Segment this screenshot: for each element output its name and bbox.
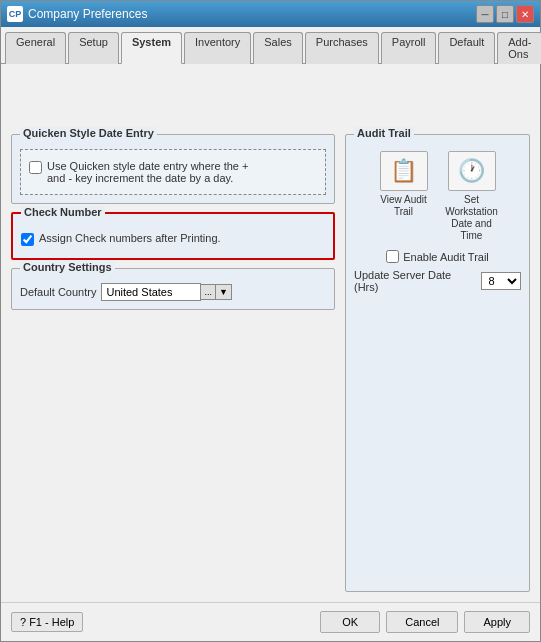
- assign-check-numbers-checkbox[interactable]: [21, 233, 34, 246]
- help-button[interactable]: ? F1 - Help: [11, 612, 83, 632]
- quicken-date-group: Quicken Style Date Entry Use Quicken sty…: [11, 134, 335, 204]
- tab-setup[interactable]: Setup: [68, 32, 119, 64]
- server-date-label: Update Server Date (Hrs): [354, 269, 477, 293]
- audit-trail-title: Audit Trail: [354, 127, 414, 139]
- left-panel: Quicken Style Date Entry Use Quicken sty…: [11, 134, 335, 592]
- country-settings-title: Country Settings: [20, 261, 115, 273]
- country-row: Default Country ... ▼: [20, 283, 326, 301]
- footer: ? F1 - Help OK Cancel Apply: [1, 602, 540, 641]
- maximize-button[interactable]: □: [496, 5, 514, 23]
- help-icon: ?: [20, 616, 26, 628]
- top-spacer: [11, 74, 530, 134]
- check-number-row: Assign Check numbers after Printing.: [21, 228, 325, 250]
- tab-system[interactable]: System: [121, 32, 182, 64]
- country-input[interactable]: [101, 283, 201, 301]
- audit-icons-row: 📋 View Audit Trail 🕐 Set Workstation Dat…: [354, 151, 521, 242]
- main-content: Quicken Style Date Entry Use Quicken sty…: [11, 134, 530, 592]
- country-browse-button[interactable]: ...: [201, 284, 216, 300]
- view-audit-trail-icon: 📋: [390, 158, 417, 184]
- set-workstation-item: 🕐 Set Workstation Date and Time: [442, 151, 502, 242]
- view-audit-trail-label: View Audit Trail: [374, 194, 434, 218]
- tabs-bar: General Setup System Inventory Sales Pur…: [1, 27, 540, 64]
- server-date-row: Update Server Date (Hrs) 8 1 2 4 12 24: [354, 269, 521, 293]
- tab-default[interactable]: Default: [438, 32, 495, 64]
- view-audit-trail-item: 📋 View Audit Trail: [374, 151, 434, 242]
- set-workstation-label: Set Workstation Date and Time: [442, 194, 502, 242]
- enable-audit-row: Enable Audit Trail: [354, 250, 521, 263]
- view-audit-trail-button[interactable]: 📋: [380, 151, 428, 191]
- cancel-button[interactable]: Cancel: [386, 611, 458, 633]
- set-workstation-button[interactable]: 🕐: [448, 151, 496, 191]
- audit-trail-group: Audit Trail 📋 View Audit Trail 🕐: [345, 134, 530, 592]
- tab-purchases[interactable]: Purchases: [305, 32, 379, 64]
- assign-check-numbers-label: Assign Check numbers after Printing.: [39, 232, 221, 244]
- ok-button[interactable]: OK: [320, 611, 380, 633]
- tab-addons[interactable]: Add-Ons: [497, 32, 541, 64]
- country-settings-content: Default Country ... ▼: [20, 283, 326, 301]
- content-area: Quicken Style Date Entry Use Quicken sty…: [1, 64, 540, 602]
- tab-general[interactable]: General: [5, 32, 66, 64]
- title-bar: CP Company Preferences ─ □ ✕: [1, 1, 540, 27]
- footer-left: ? F1 - Help: [11, 612, 83, 632]
- country-input-group: ... ▼: [101, 283, 231, 301]
- quicken-date-dashed: Use Quicken style date entry where the +…: [20, 149, 326, 195]
- minimize-button[interactable]: ─: [476, 5, 494, 23]
- window-icon-text: CP: [9, 9, 22, 19]
- enable-audit-trail-checkbox[interactable]: [386, 250, 399, 263]
- title-bar-left: CP Company Preferences: [7, 6, 147, 22]
- server-date-select[interactable]: 8 1 2 4 12 24: [481, 272, 521, 290]
- window-title: Company Preferences: [28, 7, 147, 21]
- check-number-group: Check Number Assign Check numbers after …: [11, 212, 335, 260]
- main-window: CP Company Preferences ─ □ ✕ General Set…: [0, 0, 541, 642]
- window-icon: CP: [7, 6, 23, 22]
- close-button[interactable]: ✕: [516, 5, 534, 23]
- right-panel: Audit Trail 📋 View Audit Trail 🕐: [345, 134, 530, 592]
- set-workstation-icon: 🕐: [458, 158, 485, 184]
- apply-button[interactable]: Apply: [464, 611, 530, 633]
- country-settings-group: Country Settings Default Country ... ▼: [11, 268, 335, 310]
- tab-sales[interactable]: Sales: [253, 32, 303, 64]
- title-buttons: ─ □ ✕: [476, 5, 534, 23]
- country-label: Default Country: [20, 286, 96, 298]
- quicken-date-title: Quicken Style Date Entry: [20, 127, 157, 139]
- check-number-content: Assign Check numbers after Printing.: [21, 228, 325, 250]
- footer-buttons: OK Cancel Apply: [320, 611, 530, 633]
- enable-audit-trail-label: Enable Audit Trail: [403, 251, 489, 263]
- tab-inventory[interactable]: Inventory: [184, 32, 251, 64]
- quicken-date-label: Use Quicken style date entry where the +…: [47, 160, 248, 184]
- country-dropdown-button[interactable]: ▼: [216, 284, 232, 300]
- quicken-date-content: Use Quicken style date entry where the +…: [20, 149, 326, 195]
- help-label: F1 - Help: [29, 616, 74, 628]
- quicken-date-row: Use Quicken style date entry where the +…: [29, 156, 317, 188]
- check-number-title: Check Number: [21, 206, 105, 218]
- quicken-date-checkbox[interactable]: [29, 161, 42, 174]
- tab-payroll[interactable]: Payroll: [381, 32, 437, 64]
